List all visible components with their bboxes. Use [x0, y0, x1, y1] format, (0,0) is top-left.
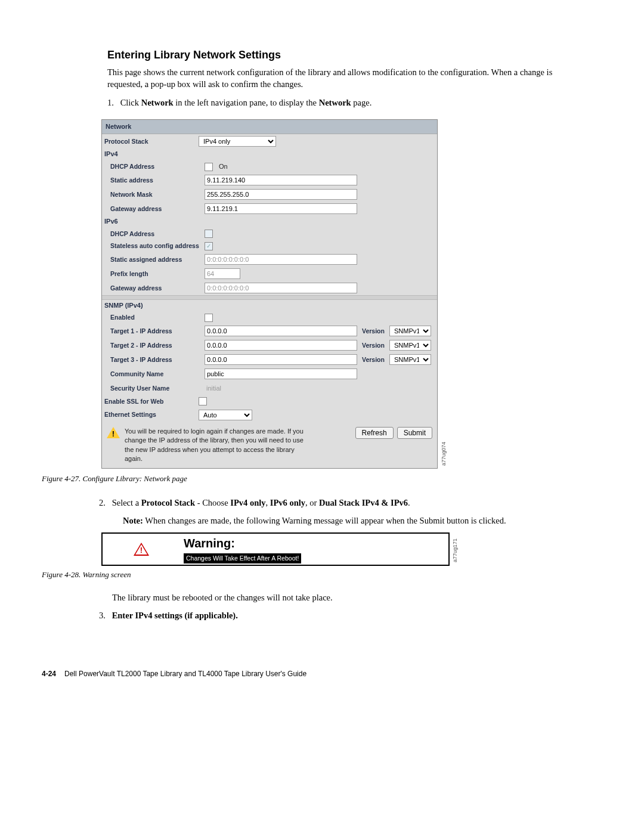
dhcp-label: DHCP Address — [102, 161, 202, 172]
target2-input[interactable] — [205, 340, 357, 351]
step-3-number: 3. — [99, 609, 110, 621]
static6-label: Static assigned address — [102, 254, 202, 265]
figure-1-caption: Figure 4-27. Configure Library: Network … — [42, 473, 602, 484]
refresh-button[interactable]: Refresh — [355, 427, 394, 439]
page-footer: 4-24 Dell PowerVault TL2000 Tape Library… — [42, 669, 602, 679]
ipv4-section-label: IPv4 — [102, 148, 437, 160]
intro-paragraph: This page shows the current network conf… — [107, 66, 566, 91]
gateway6-label: Gateway address — [102, 283, 202, 294]
community-label: Community Name — [102, 368, 202, 380]
static-address-label: Static address — [102, 175, 202, 186]
submit-button[interactable]: Submit — [397, 427, 432, 439]
figure-2-caption: Figure 4-28. Warning screen — [42, 569, 602, 580]
static-address-input[interactable] — [205, 175, 357, 185]
page-heading: Entering Library Network Settings — [107, 48, 566, 63]
gateway-label: Gateway address — [102, 203, 202, 215]
protocol-stack-label: Protocol Stack — [102, 136, 196, 147]
static6-input[interactable] — [205, 254, 357, 265]
prefix-input[interactable] — [205, 268, 240, 279]
warning-screenshot: ! Warning: Changes Will Take Effect Afte… — [101, 532, 450, 566]
security-user-label: Security User Name — [102, 383, 202, 394]
network-panel: Network Protocol Stack IPv4 only IPv4 DH… — [101, 119, 438, 469]
target3-input[interactable] — [205, 354, 357, 365]
target3-version-select[interactable]: SNMPv1 — [389, 354, 431, 365]
step-1: 1. Click Network in the left navigation … — [107, 97, 566, 109]
step-3-text: Enter IPv4 settings (if applicable). — [112, 611, 238, 620]
snmp-enabled-label: Enabled — [102, 312, 202, 323]
target2-version-select[interactable]: SNMPv1 — [389, 340, 431, 351]
ipv6-section-label: IPv6 — [102, 216, 437, 227]
snmp-section-label: SNMP (IPv4) — [102, 300, 437, 311]
target2-label: Target 2 - IP Address — [102, 340, 202, 351]
network-mask-label: Network Mask — [102, 189, 202, 200]
warning-message: Changes Will Take Effect After A Reboot! — [184, 553, 301, 563]
dhcp-on-label: On — [219, 162, 228, 171]
step-3: 3. Enter IPv4 settings (if applicable). — [99, 609, 602, 621]
gateway6-input[interactable] — [205, 283, 357, 293]
warning-text: You will be required to login again if c… — [125, 427, 304, 464]
target1-label: Target 1 - IP Address — [102, 326, 202, 337]
ethernet-select[interactable]: Auto — [199, 410, 252, 420]
ethernet-label: Ethernet Settings — [102, 409, 196, 420]
panel-title: Network — [102, 120, 437, 134]
dhcp6-label: DHCP Address — [102, 228, 202, 240]
dhcp-checkbox[interactable] — [205, 163, 213, 171]
figure-sidecode-1: a77ug074 — [440, 442, 448, 466]
dhcp6-checkbox[interactable] — [205, 230, 213, 238]
slaac-checkbox[interactable] — [205, 242, 213, 250]
gateway-input[interactable] — [205, 203, 357, 214]
note-text: When changes are made, the following War… — [143, 516, 506, 525]
target1-version-select[interactable]: SNMPv1 — [389, 326, 431, 336]
note-label: Note: — [123, 516, 143, 525]
figure-sidecode-2: a77ug171 — [451, 538, 459, 562]
warning-icon: ! — [107, 427, 120, 439]
target3-label: Target 3 - IP Address — [102, 354, 202, 366]
warning-triangle-icon: ! — [134, 543, 149, 556]
version-label-1: Version — [362, 327, 385, 336]
version-label-3: Version — [362, 355, 385, 364]
note-block: Note: When changes are made, the followi… — [123, 515, 602, 527]
slaac-label: Stateless auto config address — [102, 240, 202, 252]
page-number: 4-24 — [42, 669, 56, 679]
ssl-label: Enable SSL for Web — [102, 396, 196, 407]
warning-title: Warning: — [184, 535, 445, 552]
target1-input[interactable] — [205, 326, 357, 336]
security-user-value — [205, 383, 357, 394]
step-2-number: 2. — [99, 497, 110, 509]
post-warning-text: The library must be rebooted or the chan… — [112, 592, 602, 603]
network-mask-input[interactable] — [205, 189, 357, 200]
protocol-stack-select[interactable]: IPv4 only — [199, 136, 276, 147]
prefix-label: Prefix length — [102, 268, 202, 280]
step-1-number: 1. — [107, 97, 118, 109]
snmp-enabled-checkbox[interactable] — [205, 314, 213, 322]
version-label-2: Version — [362, 341, 385, 350]
step-2: 2. Select a Protocol Stack - Choose IPv4… — [99, 497, 602, 509]
footer-text: Dell PowerVault TL2000 Tape Library and … — [64, 669, 306, 679]
ssl-checkbox[interactable] — [199, 397, 207, 405]
community-input[interactable] — [205, 368, 357, 379]
